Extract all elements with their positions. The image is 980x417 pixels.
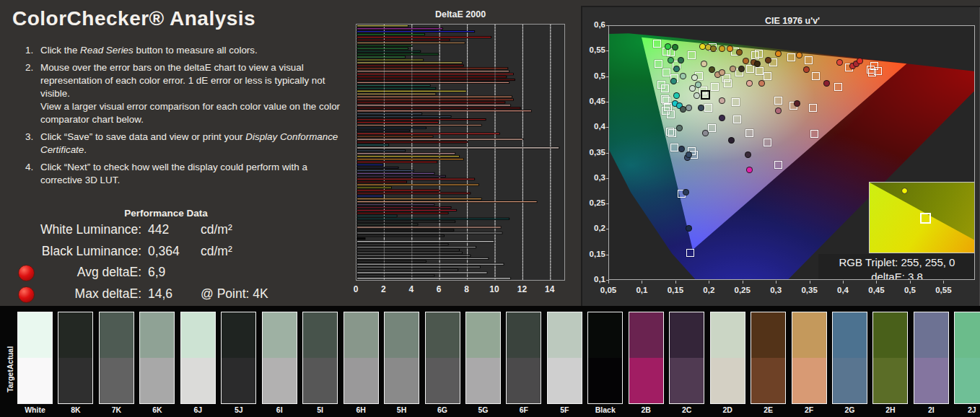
measured-marker[interactable] [678,146,685,152]
deltae-error-bar[interactable] [357,263,504,265]
deltae-error-bar[interactable] [357,121,439,123]
deltae-error-bar[interactable] [357,144,389,146]
target-marker[interactable] [655,60,662,68]
measured-marker[interactable] [668,57,674,63]
target-marker[interactable] [708,124,716,132]
deltae-error-bar[interactable] [357,235,445,237]
deltae-error-bar[interactable] [357,227,502,228]
comparator-swatch-5i[interactable] [302,312,338,404]
deltae-error-bar[interactable] [357,74,514,75]
deltae-error-bar[interactable] [357,150,406,152]
deltae-error-bar[interactable] [357,84,431,86]
deltae-error-bar[interactable] [357,218,509,219]
deltae-error-bar[interactable] [357,212,449,214]
deltae-error-bar[interactable] [357,266,481,268]
deltae-error-bar[interactable] [357,260,426,262]
deltae-error-bar[interactable] [357,215,398,216]
deltae-error-bar[interactable] [357,68,508,69]
target-marker[interactable] [667,110,675,118]
comparator-swatch-6f[interactable] [506,312,541,404]
target-marker[interactable] [670,144,678,152]
measured-marker[interactable] [823,80,830,87]
deltae-error-bar[interactable] [357,124,482,126]
deltae-error-bar[interactable] [357,99,514,100]
measured-marker[interactable] [745,152,751,158]
measured-marker[interactable] [683,189,689,196]
deltae-error-bar[interactable] [357,82,509,83]
deltae-error-bar[interactable] [357,258,489,259]
comparator-swatch-black[interactable] [587,312,623,404]
deltae-error-bar[interactable] [357,45,413,46]
comparator-swatch-white[interactable] [17,312,53,404]
target-marker[interactable] [704,104,712,112]
comparator-swatch-6i[interactable] [262,312,297,404]
target-marker[interactable] [756,67,764,75]
target-marker[interactable] [686,249,694,257]
comparator-swatch-2i[interactable] [914,312,949,404]
deltae-error-bar[interactable] [357,164,384,165]
deltae-error-bar[interactable] [357,139,523,140]
target-marker[interactable] [774,161,782,169]
comparator-swatch-2j[interactable] [954,312,980,404]
measured-marker[interactable] [689,85,696,92]
deltae-error-bar[interactable] [357,162,437,163]
deltae-error-bar[interactable] [357,136,434,137]
measured-marker[interactable] [736,49,743,56]
cie-chart-plot[interactable]: RGB Triplet: 255, 255, 0 deltaE: 3,8 [608,25,975,280]
deltae-error-bar[interactable] [357,244,449,245]
deltae-error-bar[interactable] [357,221,455,222]
comparator-swatch-5h[interactable] [384,312,419,404]
comparator-swatch-2d[interactable] [710,312,745,404]
target-marker[interactable] [666,128,674,136]
measured-marker[interactable] [665,43,671,50]
deltae-error-bar[interactable] [357,42,465,43]
selected-point-marker[interactable] [701,90,710,100]
deltae-error-bar[interactable] [357,209,457,211]
target-marker[interactable] [664,103,672,111]
deltae-error-bar[interactable] [357,93,436,95]
target-marker[interactable] [764,72,771,80]
deltae-error-bar[interactable] [357,34,425,35]
comparator-swatch-2h[interactable] [872,312,908,404]
target-marker[interactable] [724,79,732,87]
deltae-error-bar[interactable] [357,193,471,194]
deltae-error-bar[interactable] [357,48,408,49]
deltae-error-bar[interactable] [357,65,464,66]
deltae-error-bar[interactable] [357,56,406,58]
deltae-error-bar[interactable] [357,96,512,97]
deltae-error-bar[interactable] [357,184,479,185]
deltae-error-bar[interactable] [357,102,505,103]
deltae-error-bar[interactable] [357,198,482,200]
comparator-swatch-6h[interactable] [344,312,379,404]
measured-marker[interactable] [857,58,863,64]
deltae-error-bar[interactable] [357,127,426,128]
deltae-error-bar[interactable] [357,62,463,63]
comparator-swatch-2c[interactable] [669,312,704,404]
deltae-error-bar[interactable] [357,141,468,143]
target-marker[interactable] [746,65,754,73]
deltae-error-bar[interactable] [357,39,450,40]
target-marker[interactable] [834,83,842,91]
deltae-error-bar[interactable] [357,255,471,256]
comparator-swatch-8k[interactable] [58,312,93,404]
target-marker[interactable] [661,84,669,92]
deltae-error-bar[interactable] [357,130,410,131]
measured-marker[interactable] [698,105,704,111]
deltae-error-bar[interactable] [357,147,559,149]
comparator-swatch-5f[interactable] [547,312,582,404]
deltae-error-bar[interactable] [357,241,494,242]
measured-marker[interactable] [746,167,753,173]
deltae-error-bar[interactable] [357,178,475,180]
measured-marker[interactable] [775,107,782,114]
deltae-error-bar[interactable] [357,224,419,225]
deltae-error-bar[interactable] [357,25,408,27]
target-marker[interactable] [688,51,696,59]
deltae-error-bar[interactable] [357,190,440,191]
measured-marker[interactable] [719,115,725,121]
deltae-error-bar[interactable] [357,133,500,134]
measured-marker[interactable] [719,45,725,52]
comparator-swatch-6g[interactable] [425,312,460,404]
deltae-error-bar[interactable] [357,31,475,32]
measured-marker[interactable] [727,45,733,52]
deltae-error-bar[interactable] [357,107,521,109]
